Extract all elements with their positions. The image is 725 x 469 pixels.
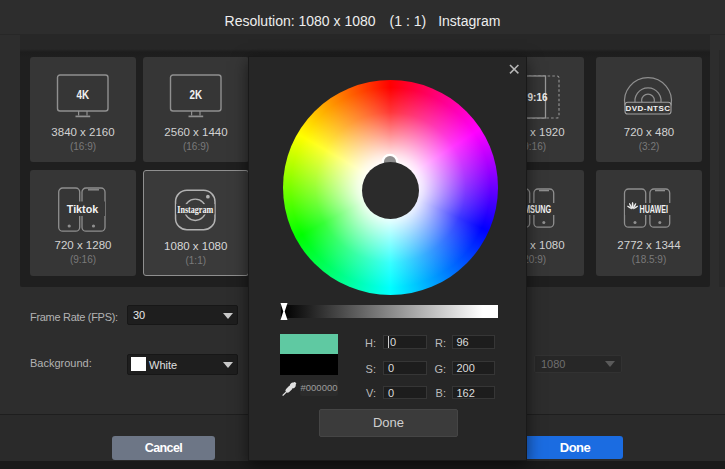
- svg-text:4K: 4K: [77, 88, 90, 102]
- svg-text:9:16: 9:16: [527, 92, 547, 103]
- svg-text:HUAWEI: HUAWEI: [640, 204, 669, 215]
- svg-text:2K: 2K: [190, 88, 203, 102]
- svg-text:Tiktok: Tiktok: [67, 203, 99, 215]
- svg-text:Instagram: Instagram: [177, 205, 213, 215]
- svg-text:DVD-NTSC: DVD-NTSC: [626, 104, 671, 113]
